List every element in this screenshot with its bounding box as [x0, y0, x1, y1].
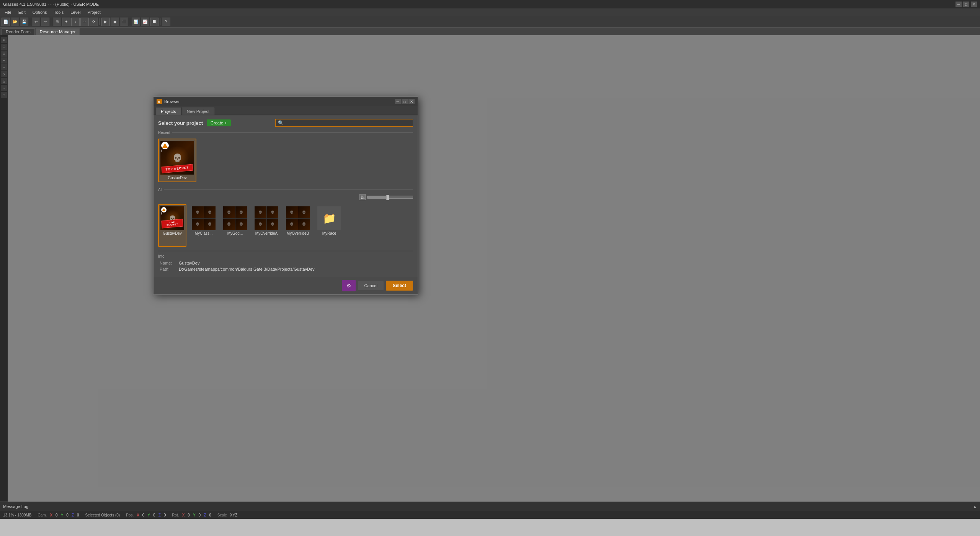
search-input[interactable]	[285, 121, 410, 125]
dialog-tab-new-project[interactable]: New Project	[182, 108, 214, 115]
grid-thumb-mygod: 💀 💀 💀 💀	[223, 206, 247, 230]
project-thumb-myoverrideb: 💀 💀 💀 💀	[286, 206, 310, 230]
project-myclass[interactable]: 💀 💀 💀 💀 MyClass...	[189, 204, 218, 247]
toolbar-btn-4[interactable]: ✦	[62, 18, 70, 26]
toolbar-sep-3	[100, 18, 100, 25]
grid-cell-1: 💀	[192, 206, 204, 218]
toolbar-btn-9[interactable]: ◼	[111, 18, 119, 26]
pos-label: Pos.	[126, 513, 134, 517]
project-mygod[interactable]: 💀 💀 💀 💀 MyGod...	[221, 204, 249, 247]
minimize-button[interactable]: ─	[956, 2, 962, 7]
dialog-minimize-button[interactable]: ─	[395, 99, 401, 104]
tab-resource-manager[interactable]: Resource Manager	[36, 28, 80, 35]
project-thumb-mygod: 💀 💀 💀 💀	[223, 206, 247, 230]
message-log-label: Message Log	[3, 504, 28, 509]
title-bar-text: Glasses 4.1.1.5849881 - - - (Public) - U…	[3, 2, 99, 7]
grid-cell-b3: 💀	[286, 219, 298, 230]
all-items: 💀 ! TOP SECRET	[158, 203, 413, 248]
project-myrace[interactable]: 📁 MyRace	[315, 204, 343, 247]
create-button[interactable]: Create +	[207, 119, 231, 126]
scale-coords: Scale XYZ	[217, 513, 237, 517]
tab-render-form[interactable]: Render Form	[2, 28, 35, 35]
grid-cell-b2: 💀	[298, 206, 310, 218]
toolbar-sep-4	[130, 18, 130, 25]
projects-scroll[interactable]: 💀 ! TOP SECRET	[158, 203, 413, 248]
dialog-title: Browser	[164, 99, 394, 104]
warning-triangle-icon	[162, 143, 168, 148]
cam-label: Cam.	[38, 513, 47, 517]
project-myoverrideb[interactable]: 💀 💀 💀 💀 MyOverrideB	[284, 204, 312, 247]
select-button[interactable]: Select	[386, 281, 413, 291]
all-divider	[164, 190, 413, 190]
toolbar-redo[interactable]: ↪	[41, 18, 49, 26]
scale-value: XYZ	[230, 513, 237, 517]
menu-level[interactable]: Level	[67, 9, 83, 15]
settings-button[interactable]: ⚙	[342, 280, 356, 291]
zoom-slider[interactable]	[367, 196, 413, 199]
recent-project-gustavdev[interactable]: 💀 ! TOP SECRET	[158, 139, 196, 182]
toolbar-btn-3[interactable]: ⊞	[53, 18, 61, 26]
project-myoverridea[interactable]: 💀 💀 💀 💀 MyOverrideA	[252, 204, 281, 247]
pos-z-value: 0	[164, 513, 166, 517]
toolbar-open[interactable]: 📂	[11, 18, 19, 26]
rot-label: Rot.	[172, 513, 179, 517]
warning-badge-small: !	[161, 207, 167, 212]
project-thumb-myoverridea: 💀 💀 💀 💀	[255, 206, 278, 230]
toolbar-undo[interactable]: ↩	[32, 18, 40, 26]
game-skull-icon: 💀	[173, 153, 182, 162]
warning-exclaim: !	[162, 149, 162, 152]
menu-tools[interactable]: Tools	[51, 9, 67, 15]
toolbar-btn-13[interactable]: 🔲	[150, 18, 158, 26]
toolbar-help[interactable]: ?	[162, 18, 170, 26]
rot-x-value: 0	[188, 513, 190, 517]
search-icon: 🔍	[278, 120, 284, 126]
menu-options[interactable]: Options	[29, 9, 50, 15]
toolbar-btn-11[interactable]: 📊	[132, 18, 140, 26]
project-thumb-gustavdev: 💀 ! TOP SECRET	[160, 206, 184, 230]
zoom-area: 🖼	[158, 194, 413, 200]
cancel-button[interactable]: Cancel	[358, 281, 383, 290]
toolbar-btn-8[interactable]: ▶	[101, 18, 110, 26]
grid-cell-b1: 💀	[286, 206, 298, 218]
main-area: ◈ ⬡ ⊞ ✦ ↔ ⟳ △ ○ □ B Browser ─ □ ✕ Projec…	[0, 35, 980, 519]
select-project-label: Select your project	[158, 120, 203, 126]
info-path-key: Path:	[160, 267, 179, 271]
dialog-content: Select your project Create + 🔍 Recent	[154, 115, 418, 277]
toolbar-btn-7[interactable]: ⟳	[90, 18, 98, 26]
cam-x-value: 0	[56, 513, 58, 517]
project-gustavdev[interactable]: 💀 ! TOP SECRET	[158, 204, 186, 247]
zoom-slider-fill	[368, 196, 388, 198]
toolbar-sep-1	[30, 18, 30, 25]
project-label-gustavdev: GustavDev	[163, 231, 181, 235]
toolbar-btn-6[interactable]: ↔	[80, 18, 89, 26]
dialog-tab-projects[interactable]: Projects	[156, 108, 181, 115]
recent-project-label: GustavDev	[168, 176, 186, 180]
recent-label: Recent	[158, 131, 413, 135]
dialog-maximize-button[interactable]: □	[402, 99, 408, 104]
recent-divider	[172, 132, 413, 133]
toolbar-new[interactable]: 📄	[2, 18, 10, 26]
info-name-row: Name: GustavDev	[160, 261, 412, 265]
selected-objects: Selected Objects (0)	[85, 513, 120, 517]
cam-y-label: Y	[61, 513, 64, 517]
menu-project[interactable]: Project	[85, 9, 104, 15]
dialog-close-button[interactable]: ✕	[408, 99, 415, 104]
grid-cell-3: 💀	[192, 219, 204, 230]
toolbar-btn-12[interactable]: 📈	[141, 18, 149, 26]
zoom-slider-thumb[interactable]	[386, 195, 389, 200]
tab-bar: Render Form Resource Manager	[0, 28, 980, 35]
toolbar-btn-5[interactable]: ↕	[71, 18, 80, 26]
info-path-row: Path: D:/Games/steamapps/common/Baldurs …	[160, 267, 412, 271]
maximize-button[interactable]: □	[963, 2, 969, 7]
toolbar-btn-10[interactable]: ⬛	[120, 18, 128, 26]
grid-cell-a4: 💀	[267, 219, 279, 230]
scale-label: Scale	[217, 513, 227, 517]
toolbar-save[interactable]: 💾	[20, 18, 28, 26]
close-button[interactable]: ✕	[971, 2, 977, 7]
menu-file[interactable]: File	[2, 9, 15, 15]
project-label-myoverrideb: MyOverrideB	[287, 231, 309, 235]
info-section: Info Name: GustavDev Path: D:/Games/stea…	[158, 251, 413, 271]
message-log-expand-icon[interactable]: ▲	[973, 504, 977, 509]
menu-edit[interactable]: Edit	[15, 9, 29, 15]
grid-cell-g2: 💀	[235, 206, 247, 218]
